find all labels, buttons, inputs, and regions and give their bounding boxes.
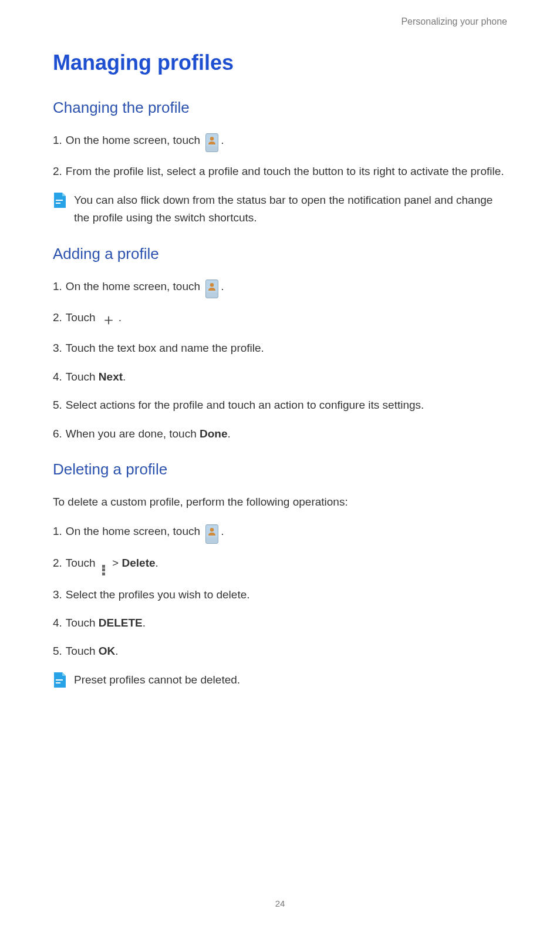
step-text: Touch	[66, 645, 99, 657]
section-heading-deleting: Deleting a profile	[53, 460, 507, 479]
section-heading-changing: Changing the profile	[53, 99, 507, 117]
profile-app-icon	[205, 133, 218, 152]
step-item: 5. Touch OK.	[53, 642, 507, 660]
step-number: 5.	[53, 642, 62, 660]
step-body: From the profile list, select a profile …	[66, 163, 507, 180]
header-breadcrumb: Personalizing your phone	[53, 16, 507, 27]
intro-text: To delete a custom profile, perform the …	[53, 493, 507, 511]
step-body: Touch OK.	[66, 642, 507, 660]
svg-rect-1	[56, 200, 63, 201]
note-block: You can also flick down from the status …	[53, 191, 507, 227]
step-body: Touch DELETE.	[66, 614, 507, 632]
svg-rect-6	[56, 682, 60, 683]
step-text: .	[115, 645, 118, 657]
step-number: 1.	[53, 132, 62, 149]
note-block: Preset profiles cannot be deleted.	[53, 671, 507, 689]
step-text: .	[228, 427, 231, 440]
steps-deleting: 1. On the home screen, touch . 2. Touch …	[53, 523, 507, 661]
step-body: On the home screen, touch .	[66, 278, 507, 298]
step-text: .	[119, 311, 122, 324]
step-text: .	[156, 557, 158, 569]
step-number: 5.	[53, 396, 62, 414]
step-number: 3.	[53, 339, 62, 357]
step-item: 2. Touch > Delete.	[53, 554, 507, 575]
step-item: 1. On the home screen, touch .	[53, 132, 507, 152]
step-number: 2.	[53, 309, 62, 326]
bold-label: Delete	[122, 557, 156, 569]
step-item: 5. Select actions for the profile and to…	[53, 396, 507, 414]
step-number: 6.	[53, 425, 62, 443]
page-number: 24	[0, 898, 560, 908]
step-item: 3. Select the profiles you wish to delet…	[53, 586, 507, 604]
bold-label: OK	[99, 645, 116, 657]
step-text: On the home screen, touch	[66, 134, 203, 146]
step-body: Touch ＋.	[66, 309, 507, 329]
step-item: 6. When you are done, touch Done.	[53, 425, 507, 443]
svg-rect-2	[56, 203, 60, 204]
step-text: .	[143, 617, 146, 629]
page-title: Managing profiles	[53, 50, 507, 75]
steps-adding: 1. On the home screen, touch . 2. Touch …	[53, 278, 507, 443]
section-heading-adding: Adding a profile	[53, 245, 507, 263]
svg-rect-5	[56, 679, 63, 681]
step-item: 3. Touch the text box and name the profi…	[53, 339, 507, 357]
step-text: Touch	[66, 311, 99, 324]
step-number: 1.	[53, 278, 62, 295]
step-number: 3.	[53, 586, 62, 604]
step-text: .	[221, 280, 224, 292]
step-item: 1. On the home screen, touch .	[53, 523, 507, 543]
plus-icon: ＋	[101, 311, 116, 329]
note-icon	[53, 672, 66, 688]
step-text: .	[123, 371, 126, 383]
step-body: Touch the text box and name the profile.	[66, 339, 507, 357]
steps-changing: 1. On the home screen, touch . 2. From t…	[53, 132, 507, 181]
step-text: Touch	[66, 557, 99, 569]
profile-app-icon	[205, 280, 218, 298]
profile-app-icon	[205, 524, 218, 543]
step-item: 2. From the profile list, select a profi…	[53, 163, 507, 180]
step-body: When you are done, touch Done.	[66, 425, 507, 443]
step-body: Touch > Delete.	[66, 554, 507, 575]
note-text: You can also flick down from the status …	[74, 191, 507, 227]
step-text: When you are done, touch	[66, 427, 200, 440]
step-text: Touch	[66, 371, 99, 383]
step-text: Touch	[66, 617, 99, 629]
step-number: 4.	[53, 614, 62, 632]
note-text: Preset profiles cannot be deleted.	[74, 671, 507, 689]
overflow-menu-icon	[102, 565, 106, 575]
step-number: 2.	[53, 554, 62, 572]
step-text: .	[221, 134, 224, 146]
step-number: 4.	[53, 368, 62, 386]
bold-label: Next	[99, 371, 123, 383]
step-text: On the home screen, touch	[66, 280, 203, 292]
step-body: Select the profiles you wish to delete.	[66, 586, 507, 604]
step-text: .	[221, 525, 224, 537]
bold-label: DELETE	[99, 617, 143, 629]
step-item: 2. Touch ＋.	[53, 309, 507, 329]
document-page: Personalizing your phone Managing profil…	[0, 0, 560, 926]
step-text: On the home screen, touch	[66, 525, 203, 537]
step-number: 2.	[53, 163, 62, 180]
step-body: On the home screen, touch .	[66, 132, 507, 152]
step-body: Touch Next.	[66, 368, 507, 386]
step-body: On the home screen, touch .	[66, 523, 507, 543]
step-text: >	[109, 557, 122, 569]
note-icon	[53, 193, 66, 208]
step-number: 1.	[53, 523, 62, 540]
step-body: Select actions for the profile and touch…	[66, 396, 507, 414]
step-item: 1. On the home screen, touch .	[53, 278, 507, 298]
step-item: 4. Touch Next.	[53, 368, 507, 386]
step-item: 4. Touch DELETE.	[53, 614, 507, 632]
bold-label: Done	[200, 427, 228, 440]
